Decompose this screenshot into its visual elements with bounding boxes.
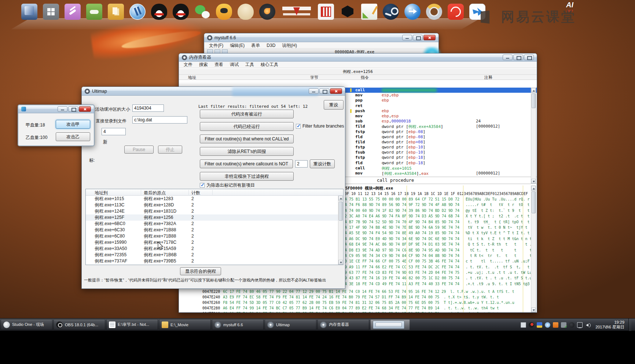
hex-row[interactable]: 2 3C A0 74 E4 A6 9D 74 FA 8F 9D 74 D3 A5… <box>345 214 537 220</box>
close-button[interactable] <box>524 55 534 60</box>
list-column-header[interactable]: 地址到 <box>95 190 108 196</box>
memviewer-menu-1[interactable]: 搜索 <box>197 61 210 69</box>
my-computer-icon[interactable] <box>21 4 37 20</box>
hex-row[interactable]: 0 1E CE FF 74 66 CF 00 75 4E CF 00 75 3B… <box>345 259 537 265</box>
memviewer-titlebar[interactable]: 内存查看器 <box>179 54 537 62</box>
close-button[interactable] <box>423 35 436 40</box>
list-scrollbar[interactable] <box>338 196 343 265</box>
minimize-button[interactable] <box>503 55 513 60</box>
maximize-button[interactable] <box>319 88 329 94</box>
unity-icon[interactable] <box>339 4 356 20</box>
scroll-thumb[interactable] <box>339 202 343 221</box>
list-item[interactable]: 例程.exe+72355例程.exe+71B6B2 <box>86 252 343 258</box>
hex-scrollbar[interactable] <box>531 185 536 313</box>
hex-row[interactable]: 4 68 E4 9E 74 AC 86 9D 74 8F DF 9E 74 D1… <box>345 242 537 248</box>
scroll-down-icon[interactable] <box>531 308 536 312</box>
list-item[interactable]: 例程.exe+6BC0例程.exe+7382A2 <box>86 221 343 227</box>
maximize-button[interactable] <box>68 106 78 112</box>
list-column-header[interactable]: 最后的原点 <box>144 190 166 196</box>
scroll-down-icon[interactable] <box>338 260 343 265</box>
list-item[interactable]: 例程.exe+125F例程.exe+12562 <box>86 214 343 221</box>
hex-address-row[interactable]: 0047E280A6 E4 FF 74 99 14 FE 74 BC C7 05… <box>202 306 537 312</box>
attack-b-button[interactable]: 攻击乙 <box>56 132 90 141</box>
hex-row[interactable]: 4 17 4F 9D 74 B8 4E 9D 74 7E BE 9D 74 6A… <box>345 225 537 231</box>
pause-button[interactable]: Pause <box>124 146 154 154</box>
code-run-button[interactable]: 代码已经运行 <box>200 122 294 131</box>
scroll-down-icon[interactable] <box>531 179 536 184</box>
memviewer-menu-3[interactable]: 调试 <box>227 61 241 69</box>
list-item[interactable]: 例程.exe+1015例程.exe+12832 <box>86 196 343 202</box>
qq-2-icon[interactable] <box>173 4 189 20</box>
minimize-button[interactable] <box>309 88 319 94</box>
mystuff-menu-1[interactable]: 编辑(E) <box>227 42 247 49</box>
ultimap-results-list[interactable]: 地址到最后的原点计数 例程.exe+1015例程.exe+12832例程.exe… <box>85 189 344 265</box>
list-item[interactable]: 例程.exe+15990例程.exe+7178C2 <box>86 239 343 246</box>
hex-row[interactable]: 9 63 77 FE 74 CD 83 FE 74 9D 03 FE 74 2D… <box>345 271 537 276</box>
hex-address-row[interactable]: 0047E2206C 17 FE 74 80 46 05 77 90 22 04… <box>202 290 537 295</box>
wechat-icon[interactable] <box>194 4 210 20</box>
home-app-icon[interactable] <box>537 322 542 328</box>
list-item[interactable]: 例程.exe+737AF例程.exe+739B52 <box>86 258 343 264</box>
steam-icon[interactable] <box>383 4 399 20</box>
minimize-button[interactable] <box>58 106 67 112</box>
taskbar-item-内存查看器[interactable]: 内存查看器 <box>318 319 369 330</box>
notepad-green-icon[interactable] <box>361 4 377 20</box>
mystuff-menu-3[interactable]: D3D <box>264 42 278 49</box>
maximize-button[interactable] <box>513 55 523 60</box>
shell-icon[interactable] <box>238 4 254 20</box>
memviewer-menu-5[interactable]: 核心工具 <box>258 61 281 69</box>
partial-input[interactable]: 4 <box>102 128 126 135</box>
list-item[interactable]: 例程.exe+6C80例程.exe+71B882 <box>86 233 343 239</box>
overwatch-icon[interactable] <box>426 4 442 20</box>
yy-icon[interactable] <box>216 4 232 20</box>
scroll-up-icon[interactable] <box>338 196 343 201</box>
taskbar-item-E:\_Movie[interactable]: E:\_Movie <box>159 319 211 330</box>
mystuff-titlebar[interactable]: mystuff 6.6 <box>204 33 438 42</box>
code-not-run-button[interactable]: 代码没有被运行 <box>200 110 294 118</box>
clock[interactable]: 19:29 2017\8\6 星期日 <box>595 320 624 330</box>
disasm-scrollbar[interactable] <box>531 88 536 184</box>
filter-ret-button[interactable]: 滤除从RET's的回报 <box>200 147 294 156</box>
hex-row[interactable]: 4 74 00 60 9D 74 1F 82 9D 74 39 86 9D 74… <box>345 209 537 214</box>
scroll-up-icon[interactable] <box>531 186 536 191</box>
memviewer-menu-0[interactable]: 文件 <box>181 61 195 69</box>
hex-address-row[interactable]: 0047E240A3 E9 FF 74 EC 58 FE 74 F9 FE 74… <box>202 295 537 301</box>
v-tray-icon[interactable] <box>545 322 550 328</box>
folder-system-icon[interactable] <box>43 4 59 20</box>
folder-docs-icon[interactable] <box>108 4 124 20</box>
col-address[interactable]: 地址 <box>188 75 196 80</box>
reset-button[interactable]: 重设 <box>324 100 344 110</box>
folder-games-icon[interactable] <box>86 4 102 20</box>
folder-tools-icon[interactable] <box>65 4 81 20</box>
taskbar-item-Ultimap[interactable]: Ultimap <box>265 319 316 330</box>
show-desktop-button[interactable] <box>628 319 631 331</box>
volume-icon[interactable] <box>585 322 591 328</box>
list-item[interactable]: 例程.exe+124E例程.exe+1831D2 <box>86 208 343 214</box>
list-item[interactable]: 例程.exe+33A50例程.exe+15A592 <box>86 246 343 252</box>
player-red-icon[interactable] <box>318 4 334 20</box>
reset-count-button[interactable]: 重设计数 <box>310 159 335 168</box>
close-button[interactable] <box>330 88 342 94</box>
fl-studio-icon[interactable] <box>259 4 275 20</box>
filter-not-called-button[interactable]: Filter out routine(s) that where not CAL… <box>200 135 294 143</box>
taskbar-item-preview[interactable] <box>370 319 410 330</box>
hex-row[interactable]: 4 C9 05 9E 74 34 C9 9D 74 84 CF 9D 74 04… <box>345 254 537 259</box>
attack-a-button[interactable]: 攻击甲 <box>56 120 90 129</box>
orange-app-icon[interactable] <box>553 322 558 328</box>
hex-address-row[interactable]: 0047E2A0C0 11 FE 74 B9 34 FE 74 30 70 00… <box>202 312 537 313</box>
maximize-button[interactable] <box>413 35 423 40</box>
sogou-icon[interactable] <box>569 322 575 328</box>
scroll-thumb[interactable] <box>532 191 536 213</box>
hex-row[interactable]: 4 A6 DC 9D 74 E0 4D 9D 74 34 6E 9D 74 DC… <box>345 237 537 242</box>
close-button[interactable] <box>79 106 91 112</box>
show-matching-button[interactable]: 显示符合的例程 <box>180 267 221 275</box>
usb-safe-icon[interactable] <box>561 322 566 328</box>
netease-music-icon[interactable] <box>448 4 464 20</box>
hex-row[interactable]: 4 74 F6 88 9D 74 89 56 9D 74 9F 72 9D 74… <box>345 203 537 208</box>
thunder-icon[interactable] <box>404 4 421 20</box>
mystuff-menu-2[interactable]: 表单 <box>249 42 263 49</box>
scroll-up-icon[interactable] <box>531 88 536 93</box>
taskbar-item-OBS 18.0.1 (64b...[interactable]: OBS 18.0.1 (64b... <box>54 319 105 330</box>
ultimap-titlebar[interactable]: Ultimap <box>82 87 345 96</box>
battle-titlebar[interactable] <box>18 105 94 113</box>
